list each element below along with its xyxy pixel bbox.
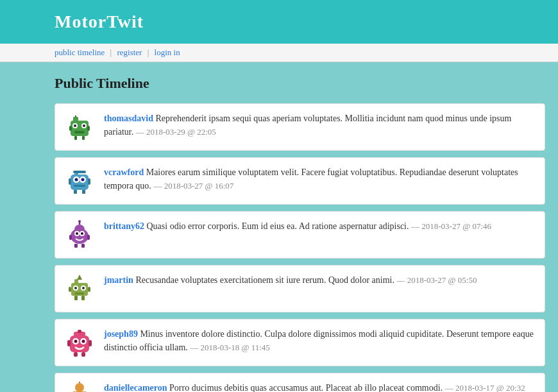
tweet-item: daniellecameron Porro ducimus debitis qu…: [55, 373, 545, 392]
svg-point-27: [76, 232, 78, 235]
tweet-username[interactable]: joseph89: [104, 329, 138, 339]
nav-bar: public timeline | register | login in: [0, 44, 558, 62]
tweet-body: brittany62 Quasi odio error corporis. Eu…: [104, 219, 536, 233]
tweet-timestamp: — 2018-03-27 @ 07:46: [411, 221, 491, 231]
avatar: [64, 166, 95, 196]
svg-point-17: [81, 178, 85, 182]
avatar: [64, 381, 95, 392]
tweet-timestamp: — 2018-03-29 @ 22:05: [136, 127, 216, 137]
avatar: [64, 219, 95, 250]
svg-rect-35: [81, 244, 85, 248]
svg-rect-11: [82, 136, 85, 140]
tweet-body: joseph89 Minus inventore dolore distinct…: [104, 327, 536, 354]
main-content: Public Timeline thomasdavid Reprehenderi…: [0, 62, 558, 392]
svg-rect-21: [74, 190, 77, 194]
svg-point-54: [82, 340, 85, 343]
svg-rect-23: [73, 171, 86, 173]
svg-rect-43: [75, 293, 84, 294]
avatar: [64, 273, 95, 304]
nav-sep-2: |: [148, 47, 149, 57]
svg-rect-7: [74, 131, 85, 133]
avatar: [64, 112, 95, 142]
tweet-timestamp: — 2018-03-18 @ 11:45: [190, 343, 270, 352]
tweet-timestamp: — 2018-03-17 @ 20:32: [445, 383, 525, 392]
tweet-body: thomasdavid Reprehenderit ipsam sequi qu…: [104, 112, 536, 139]
tweet-username[interactable]: thomasdavid: [104, 114, 153, 123]
tweet-username[interactable]: daniellecameron: [104, 383, 167, 392]
svg-rect-8: [69, 126, 72, 131]
page-title: Public Timeline: [55, 75, 545, 92]
svg-rect-18: [74, 185, 85, 187]
tweet-username[interactable]: vcrawford: [104, 167, 144, 177]
tweet-list: thomasdavid Reprehenderit ipsam sequi qu…: [55, 103, 545, 392]
svg-rect-55: [67, 340, 71, 346]
tweet-username[interactable]: jmartin: [104, 275, 133, 285]
svg-rect-12: [71, 175, 89, 190]
svg-rect-58: [81, 352, 85, 357]
svg-point-15: [75, 178, 78, 182]
svg-point-4: [74, 124, 76, 127]
svg-rect-34: [74, 244, 78, 248]
site-title: MotorTwit: [55, 12, 545, 32]
svg-rect-20: [88, 178, 90, 185]
tweet-username[interactable]: brittany62: [104, 221, 144, 231]
svg-rect-0: [71, 121, 89, 136]
svg-rect-45: [88, 287, 90, 292]
svg-rect-22: [82, 190, 85, 194]
tweet-item: vcrawford Maiores earum similique volupt…: [55, 157, 545, 205]
svg-rect-1: [73, 117, 78, 122]
svg-rect-9: [87, 126, 90, 131]
site-header: MotorTwit: [0, 0, 558, 44]
tweet-timestamp: — 2018-03-27 @ 05:50: [396, 275, 477, 285]
svg-rect-37: [74, 279, 78, 284]
tweet-item: joseph89 Minus inventore dolore distinct…: [55, 319, 545, 366]
svg-rect-10: [74, 136, 77, 140]
svg-point-6: [83, 124, 85, 127]
tweet-body: daniellecameron Porro ducimus debitis qu…: [104, 381, 536, 392]
tweet-timestamp: — 2018-03-27 @ 16:07: [153, 181, 233, 191]
tweet-body: vcrawford Maiores earum similique volupt…: [104, 166, 536, 192]
svg-rect-19: [69, 178, 71, 185]
svg-point-40: [74, 287, 77, 289]
svg-point-60: [75, 383, 84, 392]
svg-rect-47: [81, 296, 85, 300]
svg-rect-30: [69, 235, 72, 240]
tweet-item: thomasdavid Reprehenderit ipsam sequi qu…: [55, 103, 545, 151]
svg-marker-38: [77, 275, 82, 280]
nav-register[interactable]: register: [117, 47, 142, 57]
svg-point-29: [81, 232, 83, 235]
tweet-item: jmartin Recusandae voluptates exercitati…: [55, 265, 545, 312]
nav-public-timeline[interactable]: public timeline: [55, 47, 105, 57]
nav-login[interactable]: login in: [155, 47, 180, 57]
svg-rect-50: [78, 330, 81, 333]
tweet-body: jmartin Recusandae voluptates exercitati…: [104, 273, 536, 287]
svg-rect-46: [74, 296, 78, 300]
svg-point-33: [78, 220, 81, 223]
avatar: [64, 327, 95, 358]
svg-point-52: [74, 340, 78, 343]
nav-sep-1: |: [110, 47, 112, 57]
tweet-item: brittany62 Quasi odio error corporis. Eu…: [55, 211, 545, 259]
svg-rect-44: [69, 287, 71, 292]
svg-rect-57: [74, 352, 78, 357]
svg-rect-31: [87, 235, 90, 240]
svg-rect-56: [89, 340, 92, 346]
svg-point-42: [82, 287, 85, 289]
